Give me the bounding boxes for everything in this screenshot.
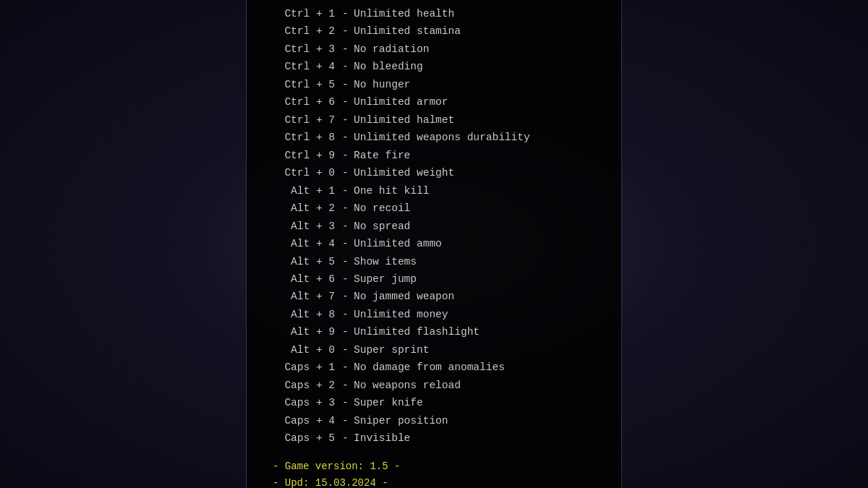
shortcut-separator: - <box>338 59 354 74</box>
shortcut-description: No jammed weapon <box>354 288 454 304</box>
shortcut-description: Super jump <box>354 271 417 287</box>
shortcut-key: Ctrl + 7 <box>273 112 338 128</box>
shortcut-separator: - <box>338 377 354 393</box>
shortcut-separator: - <box>338 94 354 110</box>
shortcut-separator: - <box>338 395 354 411</box>
shortcut-separator: - <box>338 147 354 163</box>
list-item: Alt + 4-Unlimited ammo <box>273 236 595 252</box>
shortcut-separator: - <box>338 218 354 234</box>
shortcut-key: Ctrl + 5 <box>273 77 338 93</box>
shortcut-key: Ctrl + 1 <box>273 6 338 22</box>
update-line: - Upd: 15.03.2024 - <box>273 475 595 488</box>
shortcut-description: Show items <box>354 254 417 270</box>
list-item: Ctrl + 7-Unlimited halmet <box>273 112 595 128</box>
cheat-panel: True Stalker Ctrl + 1-Unlimited healthCt… <box>246 0 622 488</box>
shortcut-key: Ctrl + 4 <box>273 59 338 74</box>
list-item: Ctrl + 2-Unlimited stamina <box>273 23 595 39</box>
list-item: Alt + 3-No spread <box>273 218 595 234</box>
list-item: Caps + 2-No weapons reload <box>273 377 595 393</box>
shortcut-key: Caps + 5 <box>273 430 338 446</box>
footer: - Game version: 1.5 - - Upd: 15.03.2024 … <box>273 458 595 488</box>
shortcut-separator: - <box>338 200 354 216</box>
list-item: Ctrl + 9-Rate fire <box>273 147 595 163</box>
shortcut-key: Alt + 6 <box>273 271 338 287</box>
shortcut-description: Unlimited money <box>354 307 448 322</box>
shortcut-key: Ctrl + 6 <box>273 94 338 110</box>
shortcut-separator: - <box>338 342 354 358</box>
list-item: Caps + 1-No damage from anomalies <box>273 359 595 375</box>
shortcut-description: Rate fire <box>354 147 410 163</box>
list-item: Ctrl + 8-Unlimited weapons durability <box>273 129 595 145</box>
shortcut-key: Alt + 0 <box>273 342 338 358</box>
shortcut-separator: - <box>338 6 354 22</box>
shortcut-separator: - <box>338 129 354 145</box>
shortcut-description: No hunger <box>354 77 410 93</box>
list-item: Caps + 4-Sniper position <box>273 413 595 429</box>
shortcut-description: Unlimited weapons durability <box>354 129 530 145</box>
shortcut-key: Alt + 1 <box>273 183 338 199</box>
shortcut-separator: - <box>338 307 354 322</box>
shortcut-description: No damage from anomalies <box>354 359 505 375</box>
shortcut-key: Caps + 4 <box>273 413 338 429</box>
shortcut-key: Alt + 7 <box>273 288 338 304</box>
shortcut-separator: - <box>338 112 354 128</box>
shortcut-description: Unlimited ammo <box>354 236 442 252</box>
shortcut-separator: - <box>338 271 354 287</box>
shortcut-list: Ctrl + 1-Unlimited healthCtrl + 2-Unlimi… <box>273 6 595 447</box>
list-item: Alt + 5-Show items <box>273 254 595 270</box>
list-item: Alt + 6-Super jump <box>273 271 595 287</box>
list-item: Alt + 9-Unlimited flashlight <box>273 324 595 340</box>
shortcut-key: Alt + 9 <box>273 324 338 340</box>
shortcut-key: Caps + 2 <box>273 377 338 393</box>
shortcut-separator: - <box>338 41 354 57</box>
list-item: Ctrl + 3-No radiation <box>273 41 595 57</box>
shortcut-description: Unlimited armor <box>354 94 448 110</box>
shortcut-separator: - <box>338 324 354 340</box>
shortcut-separator: - <box>338 430 354 446</box>
shortcut-key: Alt + 8 <box>273 307 338 322</box>
list-item: Ctrl + 4-No bleeding <box>273 59 595 74</box>
shortcut-description: Unlimited halmet <box>354 112 454 128</box>
shortcut-key: Alt + 5 <box>273 254 338 270</box>
shortcut-separator: - <box>338 77 354 93</box>
shortcut-key: Alt + 3 <box>273 218 338 234</box>
background: True Stalker Ctrl + 1-Unlimited healthCt… <box>0 0 868 488</box>
shortcut-description: Unlimited health <box>354 6 454 22</box>
shortcut-description: No bleeding <box>354 59 423 74</box>
shortcut-description: Super sprint <box>354 342 429 358</box>
list-item: Ctrl + 1-Unlimited health <box>273 6 595 22</box>
shortcut-key: Caps + 1 <box>273 359 338 375</box>
shortcut-key: Alt + 4 <box>273 236 338 252</box>
shortcut-separator: - <box>338 288 354 304</box>
list-item: Alt + 0-Super sprint <box>273 342 595 358</box>
shortcut-key: Caps + 3 <box>273 395 338 411</box>
shortcut-key: Ctrl + 0 <box>273 165 338 181</box>
shortcut-description: Super knife <box>354 395 423 411</box>
shortcut-key: Ctrl + 8 <box>273 129 338 145</box>
shortcut-description: No weapons reload <box>354 377 461 393</box>
shortcut-separator: - <box>338 254 354 270</box>
shortcut-description: Unlimited weight <box>354 165 454 181</box>
shortcut-description: Sniper position <box>354 413 448 429</box>
list-item: Alt + 7-No jammed weapon <box>273 288 595 304</box>
shortcut-separator: - <box>338 183 354 199</box>
shortcut-description: Unlimited flashlight <box>354 324 480 340</box>
shortcut-key: Ctrl + 3 <box>273 41 338 57</box>
list-item: Ctrl + 5-No hunger <box>273 77 595 93</box>
shortcut-description: Invisible <box>354 430 410 446</box>
list-item: Alt + 8-Unlimited money <box>273 307 595 322</box>
shortcut-description: Unlimited stamina <box>354 23 461 39</box>
list-item: Alt + 2-No recoil <box>273 200 595 216</box>
shortcut-separator: - <box>338 359 354 375</box>
shortcut-key: Ctrl + 2 <box>273 23 338 39</box>
shortcut-description: One hit kill <box>354 183 429 199</box>
shortcut-key: Alt + 2 <box>273 200 338 216</box>
list-item: Caps + 5-Invisible <box>273 430 595 446</box>
version-line: - Game version: 1.5 - <box>273 458 595 476</box>
shortcut-key: Ctrl + 9 <box>273 147 338 163</box>
shortcut-description: No spread <box>354 218 410 234</box>
shortcut-description: No recoil <box>354 200 410 216</box>
list-item: Alt + 1-One hit kill <box>273 183 595 199</box>
shortcut-separator: - <box>338 236 354 252</box>
shortcut-description: No radiation <box>354 41 429 57</box>
